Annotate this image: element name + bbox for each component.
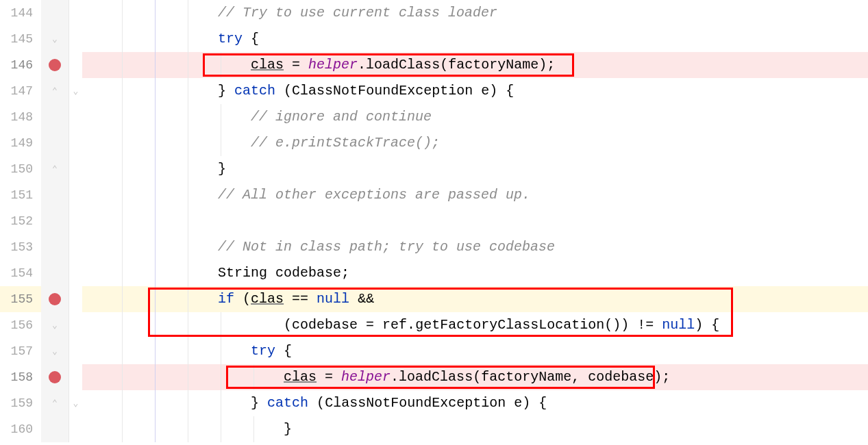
code-content[interactable]: // Not in class path; try to use codebas… <box>82 234 868 260</box>
code-line: 149 // e.printStackTrace(); <box>0 130 868 156</box>
fold-gutter[interactable] <box>69 182 82 208</box>
brace-open: { <box>538 390 547 416</box>
paren-close: ) <box>522 390 530 416</box>
fold-gutter[interactable]: ⌄ <box>69 78 82 104</box>
breakpoint-gutter[interactable]: ⌄ <box>41 338 69 364</box>
fold-marker-icon[interactable]: ⌄ <box>52 35 58 44</box>
breakpoint-gutter[interactable] <box>41 364 69 390</box>
fold-gutter[interactable] <box>69 338 82 364</box>
variable-clas: clas <box>251 52 284 78</box>
code-content[interactable]: } <box>82 156 868 182</box>
code-line-breakpoint: 155 if (clas == null && <box>0 286 868 312</box>
fold-marker-icon[interactable]: ⌄ <box>52 347 58 356</box>
method-getfcl: getFactoryClassLocation <box>415 312 604 338</box>
breakpoint-gutter[interactable] <box>41 130 69 156</box>
fold-gutter[interactable] <box>69 0 82 26</box>
breakpoint-gutter[interactable] <box>41 234 69 260</box>
code-content[interactable]: } catch (ClassNotFoundException e) { <box>82 390 868 416</box>
comma: , <box>571 364 588 390</box>
space <box>349 286 358 312</box>
fold-gutter[interactable]: ⌄ <box>69 390 82 416</box>
breakpoint-gutter[interactable]: ⌃ <box>41 390 69 416</box>
var-codebase: codebase <box>292 312 358 338</box>
code-content[interactable]: } catch (ClassNotFoundException e) { <box>82 78 868 104</box>
code-content[interactable]: } <box>82 416 868 442</box>
space <box>226 78 234 104</box>
fold-marker-icon[interactable]: ⌃ <box>52 165 58 174</box>
fold-gutter[interactable] <box>69 312 82 338</box>
code-content[interactable]: clas = helper.loadClass(factoryName, cod… <box>82 364 868 390</box>
code-content[interactable]: // e.printStackTrace(); <box>82 130 868 156</box>
fold-gutter[interactable] <box>69 234 82 260</box>
fold-gutter[interactable] <box>69 364 82 390</box>
code-content[interactable]: String codebase; <box>82 260 868 286</box>
breakpoint-gutter[interactable] <box>41 416 69 442</box>
breakpoint-gutter[interactable] <box>41 182 69 208</box>
indent <box>86 130 251 156</box>
paren-open: ( <box>317 390 325 416</box>
code-content[interactable]: (codebase = ref.getFactoryClassLocation(… <box>82 312 868 338</box>
fold-gutter[interactable] <box>69 286 82 312</box>
op-eq: = <box>317 364 341 390</box>
space <box>308 390 317 416</box>
space <box>530 390 538 416</box>
code-content[interactable]: // All other exceptions are passed up. <box>82 182 868 208</box>
brace-close: } <box>251 390 259 416</box>
literal-null: null <box>317 286 349 312</box>
breakpoint-icon[interactable] <box>49 371 61 383</box>
fold-gutter[interactable] <box>69 26 82 52</box>
indent <box>86 364 284 390</box>
type-string: String <box>218 260 267 286</box>
breakpoint-gutter[interactable] <box>41 52 69 78</box>
breakpoint-gutter[interactable]: ⌄ <box>41 312 69 338</box>
fold-marker-icon[interactable]: ⌄ <box>73 87 79 96</box>
fold-gutter[interactable] <box>69 104 82 130</box>
fold-gutter[interactable] <box>69 130 82 156</box>
breakpoint-gutter[interactable]: ⌃ <box>41 78 69 104</box>
fold-marker-icon[interactable]: ⌄ <box>52 321 58 330</box>
keyword-if: if <box>218 286 234 312</box>
code-editor[interactable]: 144 // Try to use current class loader 1… <box>0 0 868 442</box>
breakpoint-icon[interactable] <box>49 59 61 71</box>
fold-gutter[interactable] <box>69 416 82 442</box>
breakpoint-gutter[interactable]: ⌃ <box>41 156 69 182</box>
code-content[interactable]: clas = helper.loadClass(factoryName); <box>82 52 868 78</box>
indent <box>86 312 284 338</box>
code-content[interactable]: if (clas == null && <box>82 286 868 312</box>
indent <box>86 0 218 26</box>
fold-marker-icon[interactable]: ⌃ <box>52 87 58 96</box>
fold-gutter[interactable] <box>69 52 82 78</box>
breakpoint-gutter[interactable] <box>41 208 69 234</box>
code-line-breakpoint: 158 clas = helper.loadClass(factoryName,… <box>0 364 868 390</box>
indent <box>86 338 251 364</box>
keyword-try: try <box>218 26 243 52</box>
space <box>497 78 506 104</box>
breakpoint-gutter[interactable] <box>41 286 69 312</box>
code-content[interactable]: // ignore and continue <box>82 104 868 130</box>
code-content[interactable]: // Try to use current class loader <box>82 0 868 26</box>
code-line: 159 ⌃ ⌄ } catch (ClassNotFoundException … <box>0 390 868 416</box>
comment: // e.printStackTrace(); <box>251 130 440 156</box>
indent <box>86 234 218 260</box>
breakpoint-gutter[interactable] <box>41 0 69 26</box>
fold-gutter[interactable] <box>69 156 82 182</box>
breakpoint-gutter[interactable] <box>41 104 69 130</box>
breakpoint-icon[interactable] <box>49 293 61 305</box>
arg-factoryname: factoryName <box>448 52 538 78</box>
breakpoint-gutter[interactable]: ⌄ <box>41 26 69 52</box>
fold-marker-icon[interactable]: ⌄ <box>73 399 79 408</box>
line-number: 151 <box>0 182 41 208</box>
line-number: 146 <box>0 52 41 78</box>
paren-open: ( <box>440 52 448 78</box>
fold-marker-icon[interactable]: ⌃ <box>52 399 58 408</box>
code-content[interactable]: try { <box>82 338 868 364</box>
fold-gutter[interactable] <box>69 260 82 286</box>
line-number: 155 <box>0 286 41 312</box>
code-content[interactable] <box>82 208 868 234</box>
fold-gutter[interactable] <box>69 208 82 234</box>
code-content[interactable]: try { <box>82 26 868 52</box>
brace-close: } <box>218 156 226 182</box>
breakpoint-gutter[interactable] <box>41 260 69 286</box>
line-number: 154 <box>0 260 41 286</box>
code-line: 154 String codebase; <box>0 260 868 286</box>
